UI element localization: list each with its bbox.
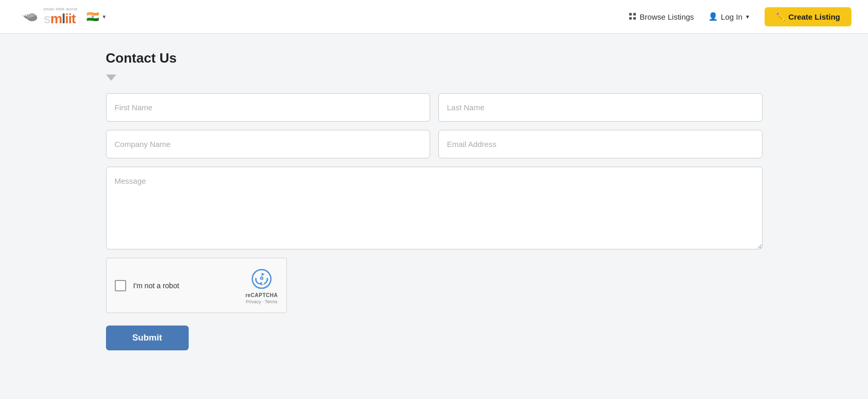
flag-emoji: 🇮🇳 xyxy=(86,10,99,23)
browse-listings-label: Browse Listings xyxy=(639,12,694,21)
email-address-input[interactable] xyxy=(438,130,763,158)
recaptcha-brand-label: reCAPTCHA xyxy=(246,292,278,298)
recaptcha-widget: I'm not a robot ♻ reCAPTCHA Privacy · xyxy=(106,258,287,313)
recaptcha-label: I'm not a robot xyxy=(133,282,179,290)
svg-text:♻: ♻ xyxy=(260,276,264,281)
create-listing-button[interactable]: ✏️ Create Listing xyxy=(765,7,851,26)
name-row xyxy=(106,93,763,122)
svg-point-3 xyxy=(26,15,27,17)
recaptcha-checkbox[interactable] xyxy=(115,280,126,291)
contact-form: I'm not a robot ♻ reCAPTCHA Privacy · xyxy=(106,93,763,350)
submit-button[interactable]: Submit xyxy=(106,326,189,350)
caret-down-icon: ▼ xyxy=(745,14,750,20)
page-title: Contact Us xyxy=(106,50,763,66)
header: small little world smliit 🇮🇳 ▼ Browse Li… xyxy=(0,0,868,34)
message-row xyxy=(106,167,763,249)
last-name-input[interactable] xyxy=(438,93,763,122)
create-listing-label: Create Listing xyxy=(788,12,840,21)
user-icon: 👤 xyxy=(708,12,718,21)
logo[interactable]: small little world smliit xyxy=(17,6,77,27)
recaptcha-left: I'm not a robot xyxy=(115,280,179,291)
logo-bird-icon xyxy=(17,6,41,27)
company-email-row xyxy=(106,130,763,158)
logo-brand: smliit xyxy=(43,11,77,26)
header-right: Browse Listings 👤 Log In ▼ ✏️ Create Lis… xyxy=(629,7,851,26)
divider-arrow-icon xyxy=(106,75,116,81)
message-textarea[interactable] xyxy=(106,167,763,249)
grid-icon xyxy=(629,13,636,20)
main-content: Contact Us I'm not a robot xyxy=(85,34,783,367)
recaptcha-terms-link[interactable]: Terms xyxy=(265,299,278,304)
company-name-input[interactable] xyxy=(106,130,430,158)
log-in-label: Log In xyxy=(721,12,742,21)
recaptcha-links: Privacy · Terms xyxy=(246,299,277,304)
pencil-icon: ✏️ xyxy=(776,12,785,21)
log-in-button[interactable]: 👤 Log In ▼ xyxy=(708,12,750,21)
recaptcha-logo-icon: ♻ xyxy=(249,267,274,291)
browse-listings-link[interactable]: Browse Listings xyxy=(629,12,694,21)
recaptcha-right: ♻ reCAPTCHA Privacy · Terms xyxy=(246,267,278,304)
header-left: small little world smliit 🇮🇳 ▼ xyxy=(17,6,106,27)
first-name-input[interactable] xyxy=(106,93,430,122)
flag-caret-icon: ▼ xyxy=(101,14,106,20)
flag-selector[interactable]: 🇮🇳 ▼ xyxy=(86,10,106,23)
divider xyxy=(106,75,763,81)
recaptcha-privacy-link[interactable]: Privacy xyxy=(246,299,261,304)
submit-row: Submit xyxy=(106,321,763,350)
